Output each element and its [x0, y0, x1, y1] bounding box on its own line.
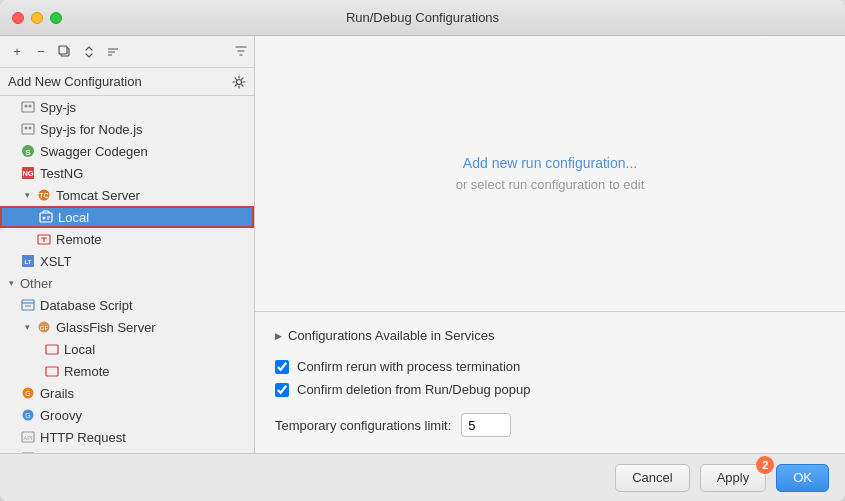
testng-label: TestNG: [40, 166, 83, 181]
svg-rect-6: [22, 102, 34, 112]
glassfish-remote-icon: [44, 363, 60, 379]
spy-js-label: Spy-js: [40, 100, 76, 115]
config-list[interactable]: Spy-js Spy-js for Node.js S Swagger Code…: [0, 96, 254, 453]
tomcat-server-item[interactable]: ▾ TC Tomcat Server: [0, 184, 254, 206]
minimize-button[interactable]: [31, 12, 43, 24]
tomcat-label: Tomcat Server: [56, 188, 140, 203]
glassfish-local-label: Local: [64, 342, 95, 357]
content-area: + −: [0, 36, 845, 453]
close-button[interactable]: [12, 12, 24, 24]
right-bottom: ▶ Configurations Available in Services C…: [255, 311, 845, 453]
svg-text:LT: LT: [25, 259, 32, 265]
services-label: Configurations Available in Services: [288, 328, 494, 343]
confirm-deletion-checkbox[interactable]: [275, 383, 289, 397]
other-chevron: ▾: [4, 278, 18, 288]
apply-button-wrapper: Apply 2: [700, 464, 767, 492]
grails-icon: G: [20, 385, 36, 401]
swagger-icon: S: [20, 143, 36, 159]
titlebar: Run/Debug Configurations: [0, 0, 845, 36]
http-item[interactable]: API HTTP Request: [0, 426, 254, 448]
temp-config-input[interactable]: 5: [461, 413, 511, 437]
glassfish-icon: GF: [36, 319, 52, 335]
db-script-label: Database Script: [40, 298, 133, 313]
tomcat-remote-label: Remote: [56, 232, 102, 247]
window-title: Run/Debug Configurations: [346, 10, 499, 25]
glassfish-remote-item[interactable]: Remote: [0, 360, 254, 382]
left-panel: + −: [0, 36, 255, 453]
maximize-button[interactable]: [50, 12, 62, 24]
groovy-icon: G: [20, 407, 36, 423]
list-item[interactable]: S Swagger Codegen: [0, 140, 254, 162]
ok-button[interactable]: OK: [776, 464, 829, 492]
confirm-deletion-label: Confirm deletion from Run/Debug popup: [297, 382, 530, 397]
move-config-button[interactable]: [78, 41, 100, 63]
svg-point-11: [29, 127, 32, 130]
add-config-button[interactable]: +: [6, 41, 28, 63]
db-script-icon: [20, 297, 36, 313]
add-config-header: Add New Configuration: [0, 68, 254, 96]
tomcat-local-icon: [38, 209, 54, 225]
glassfish-item[interactable]: ▾ GF GlassFish Server: [0, 316, 254, 338]
checkbox-row-1: Confirm rerun with process termination: [275, 359, 825, 374]
svg-text:NG: NG: [22, 169, 33, 178]
http-icon: API: [20, 429, 36, 445]
other-section[interactable]: ▾ Other: [0, 272, 254, 294]
svg-point-19: [43, 217, 46, 220]
settings-icon: [232, 75, 246, 89]
right-empty-state: Add new run configuration... or select r…: [255, 36, 845, 311]
grails-item[interactable]: G Grails: [0, 382, 254, 404]
testng-icon: NG: [20, 165, 36, 181]
services-section: ▶ Configurations Available in Services: [275, 328, 825, 343]
svg-text:S: S: [25, 148, 31, 157]
svg-text:GF: GF: [40, 325, 49, 331]
services-chevron: ▶: [275, 331, 282, 341]
confirm-rerun-checkbox[interactable]: [275, 360, 289, 374]
xslt-icon: LT: [20, 253, 36, 269]
or-text: or select run configuration to edit: [456, 177, 645, 192]
temp-config-row: Temporary configurations limit: 5: [275, 413, 825, 437]
svg-point-8: [29, 105, 32, 108]
svg-point-10: [25, 127, 28, 130]
grails-label: Grails: [40, 386, 74, 401]
svg-rect-31: [46, 367, 58, 376]
tomcat-local-item[interactable]: Local: [0, 206, 254, 228]
svg-rect-1: [59, 46, 67, 54]
main-window: Run/Debug Configurations + −: [0, 0, 845, 501]
groovy-item[interactable]: G Groovy: [0, 404, 254, 426]
tomcat-remote-icon: [36, 231, 52, 247]
tomcat-chevron: ▾: [20, 190, 34, 200]
checkboxes-section: Confirm rerun with process termination C…: [275, 359, 825, 397]
db-script-item[interactable]: Database Script: [0, 294, 254, 316]
glassfish-local-item[interactable]: Local: [0, 338, 254, 360]
svg-text:G: G: [25, 390, 30, 397]
svg-point-7: [25, 105, 28, 108]
add-config-link[interactable]: Add new run configuration...: [463, 155, 637, 171]
apply-badge: 2: [756, 456, 774, 474]
add-config-label: Add New Configuration: [8, 74, 142, 89]
list-item[interactable]: Spy-js: [0, 96, 254, 118]
temp-config-label: Temporary configurations limit:: [275, 418, 451, 433]
xslt-item[interactable]: LT XSLT: [0, 250, 254, 272]
toolbar: + −: [0, 36, 254, 68]
copy-config-button[interactable]: [54, 41, 76, 63]
sort-config-button[interactable]: [102, 41, 124, 63]
svg-point-5: [237, 79, 242, 84]
traffic-lights: [12, 12, 62, 24]
confirm-rerun-label: Confirm rerun with process termination: [297, 359, 520, 374]
list-item[interactable]: Spy-js for Node.js: [0, 118, 254, 140]
copy-icon: [58, 45, 72, 59]
sort-icon: [106, 45, 120, 59]
glassfish-local-icon: [44, 341, 60, 357]
cancel-button[interactable]: Cancel: [615, 464, 689, 492]
list-item[interactable]: NG TestNG: [0, 162, 254, 184]
http-label: HTTP Request: [40, 430, 126, 445]
tomcat-icon: TC: [36, 187, 52, 203]
spy-js-node-icon: [20, 121, 36, 137]
tomcat-remote-item[interactable]: Remote: [0, 228, 254, 250]
other-label: Other: [20, 276, 53, 291]
tomcat-local-label: Local: [58, 210, 89, 225]
xslt-label: XSLT: [40, 254, 72, 269]
services-header[interactable]: ▶ Configurations Available in Services: [275, 328, 825, 343]
remove-config-button[interactable]: −: [30, 41, 52, 63]
svg-rect-25: [22, 300, 34, 310]
